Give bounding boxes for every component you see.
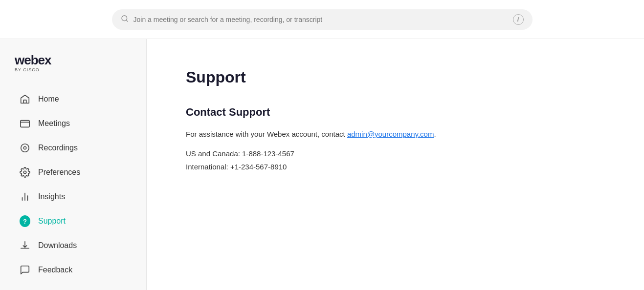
sidebar: webex BY CISCO Home Meetings [0, 39, 147, 290]
section-title: Contact Support [186, 106, 605, 119]
sidebar-item-recordings[interactable]: Recordings [5, 136, 141, 160]
logo-sub: BY CISCO [15, 67, 132, 72]
support-circle: ? [20, 215, 30, 227]
content-area: Support Contact Support For assistance w… [147, 39, 644, 290]
sidebar-item-downloads-label: Downloads [38, 241, 77, 250]
sidebar-item-insights-label: Insights [38, 192, 65, 201]
svg-rect-2 [23, 100, 26, 103]
meetings-icon [20, 118, 30, 129]
svg-line-1 [126, 20, 128, 21]
sidebar-item-meetings[interactable]: Meetings [5, 111, 141, 136]
search-bar: i [112, 9, 533, 30]
search-input[interactable] [133, 16, 508, 23]
svg-point-6 [23, 146, 26, 149]
sidebar-item-feedback[interactable]: Feedback [5, 258, 141, 282]
top-bar: i [0, 0, 644, 39]
support-email-link[interactable]: admin@yourcompany.com [347, 130, 434, 138]
sidebar-item-home-label: Home [38, 95, 59, 104]
description-prefix: For assistance with your Webex account, … [186, 130, 347, 138]
main-layout: webex BY CISCO Home Meetings [0, 39, 644, 290]
sidebar-item-preferences-label: Preferences [38, 168, 80, 177]
sidebar-item-meetings-label: Meetings [38, 119, 70, 128]
logo: webex BY CISCO [0, 49, 146, 87]
insights-icon [20, 191, 30, 202]
sidebar-item-preferences[interactable]: Preferences [5, 160, 141, 185]
feedback-icon [20, 265, 30, 275]
sidebar-item-support[interactable]: ? Support [5, 209, 141, 233]
support-description: For assistance with your Webex account, … [186, 128, 605, 140]
home-icon [20, 94, 30, 104]
svg-point-5 [21, 144, 29, 152]
svg-rect-3 [21, 121, 29, 127]
support-icon: ? [20, 216, 30, 227]
sidebar-item-downloads[interactable]: Downloads [5, 233, 141, 258]
sidebar-item-insights[interactable]: Insights [5, 185, 141, 209]
phone-lines: US and Canada: 1-888-123-4567 Internatio… [186, 147, 605, 173]
international-phone: International: +1-234-567-8910 [186, 160, 605, 173]
downloads-icon [20, 240, 30, 251]
sidebar-item-support-label: Support [38, 217, 66, 226]
svg-point-7 [23, 171, 26, 174]
logo-text: webex [15, 54, 132, 66]
sidebar-item-feedback-label: Feedback [38, 266, 72, 274]
sidebar-item-recordings-label: Recordings [38, 144, 78, 152]
sidebar-item-home[interactable]: Home [5, 87, 141, 111]
description-suffix: . [434, 130, 436, 138]
preferences-icon [20, 167, 30, 178]
page-title: Support [186, 68, 605, 86]
search-icon [121, 15, 129, 24]
info-button[interactable]: i [513, 14, 524, 25]
us-canada-phone: US and Canada: 1-888-123-4567 [186, 147, 605, 160]
recordings-icon [20, 143, 30, 153]
